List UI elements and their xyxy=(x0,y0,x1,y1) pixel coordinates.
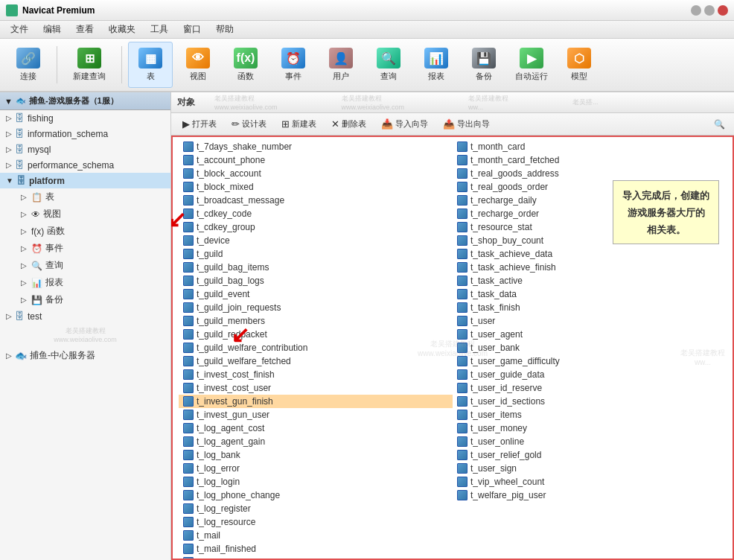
action-btn-设计表[interactable]: ✏ 设计表 xyxy=(225,115,273,133)
table-item[interactable]: t_mail_global xyxy=(179,556,453,560)
sidebar-platform-child-表[interactable]: ▷ 📋 表 xyxy=(0,188,170,206)
table-item[interactable]: t_cdkey_code xyxy=(179,207,453,220)
maximize-button[interactable] xyxy=(704,5,715,16)
table-item[interactable]: t_user_id_sections xyxy=(453,395,727,408)
sidebar-platform-child-报表[interactable]: ▷ 📊 报表 xyxy=(0,274,170,291)
menu-item-帮助[interactable]: 帮助 xyxy=(208,21,241,38)
table-item[interactable]: t_guild_members xyxy=(179,314,453,328)
toolbar-btn-report[interactable]: 📊报表 xyxy=(414,42,459,88)
sidebar-item-performance_schema[interactable]: ▷ 🗄 performance_schema xyxy=(0,157,170,173)
action-btn-导入向导[interactable]: 📥 导入向导 xyxy=(374,115,435,133)
table-item[interactable]: t_guild_bag_items xyxy=(179,261,453,274)
sidebar-item-fishing[interactable]: ▷ 🗄 fishing xyxy=(0,110,170,126)
sidebar-item-information_schema[interactable]: ▷ 🗄 information_schema xyxy=(0,126,170,141)
table-item[interactable]: t_invest_cost_finish xyxy=(179,368,453,381)
table-item[interactable]: t_mail xyxy=(179,529,453,542)
table-item[interactable]: t_month_card_fetched xyxy=(453,153,727,167)
table-item[interactable]: t_user_relief_gold xyxy=(453,448,727,462)
table-item[interactable]: t_log_phone_change xyxy=(179,489,453,502)
table-item[interactable]: t_log_agent_gain xyxy=(179,435,453,448)
toolbar-btn-newquery[interactable]: ⊞新建查询 xyxy=(63,42,115,88)
table-item[interactable]: t_account_phone xyxy=(179,153,453,167)
sidebar-platform-child-函数[interactable]: ▷ f(x) 函数 xyxy=(0,223,170,240)
table-item[interactable]: t_device xyxy=(179,234,453,247)
menu-item-窗口[interactable]: 窗口 xyxy=(176,21,208,38)
table-item[interactable]: t_log_resource xyxy=(179,515,453,529)
menu-item-工具[interactable]: 工具 xyxy=(143,21,176,38)
toolbar-btn-func[interactable]: f(x)函数 xyxy=(223,42,268,88)
object-tab[interactable]: 对象 xyxy=(177,96,195,109)
sidebar-item-platform[interactable]: ▼ 🗄 platform xyxy=(0,173,170,188)
table-item[interactable]: t_user_game_difficulty xyxy=(453,354,727,368)
toolbar-btn-event[interactable]: ⏰事件 xyxy=(271,42,316,88)
table-item[interactable]: t_log_login xyxy=(179,475,453,489)
table-item[interactable]: t_guild_event xyxy=(179,287,453,301)
table-item[interactable]: t_cdkey_group xyxy=(179,220,453,234)
menu-item-收藏夹[interactable]: 收藏夹 xyxy=(101,21,143,38)
table-item[interactable]: t_month_card xyxy=(453,140,727,153)
table-item[interactable]: t_invest_cost_user xyxy=(179,381,453,395)
menu-item-编辑[interactable]: 编辑 xyxy=(36,21,68,38)
table-item[interactable]: t_real_goods_address xyxy=(453,167,727,180)
toolbar-btn-table[interactable]: ▦表 xyxy=(128,42,173,88)
sidebar-item-捕鱼-中心服务器[interactable]: ▷ 🐟 捕鱼-中心服务器 xyxy=(0,347,170,364)
toolbar-btn-query[interactable]: 🔍查询 xyxy=(366,42,411,88)
toolbar-btn-user[interactable]: 👤用户 xyxy=(319,42,363,88)
table-item[interactable]: t_log_register xyxy=(179,502,453,515)
table-item[interactable]: t_broadcast_message xyxy=(179,194,453,207)
table-item[interactable]: t_block_account xyxy=(179,167,453,180)
minimize-button[interactable] xyxy=(691,5,701,16)
table-item[interactable]: t_log_error xyxy=(179,462,453,475)
sidebar-item-mysql[interactable]: ▷ 🗄 mysql xyxy=(0,141,170,157)
close-button[interactable] xyxy=(718,5,728,16)
table-item[interactable]: t_task_active xyxy=(453,274,727,287)
menu-item-查看[interactable]: 查看 xyxy=(68,21,101,38)
table-item[interactable]: t_guild_redpacket xyxy=(179,328,453,341)
table-item[interactable]: t_user_id_reserve xyxy=(453,381,727,395)
table-item[interactable]: t_invest_gun_finish xyxy=(179,395,453,408)
toolbar-btn-connect[interactable]: 🔗连接 xyxy=(6,42,51,88)
table-item[interactable]: t_user_guide_data xyxy=(453,368,727,381)
table-name: t_log_register xyxy=(197,503,251,514)
table-item[interactable]: t_welfare_pig_user xyxy=(453,489,727,502)
table-item[interactable]: t_mail_finished xyxy=(179,542,453,556)
toolbar-btn-backup[interactable]: 💾备份 xyxy=(462,42,506,88)
table-item[interactable]: t_guild_join_requests xyxy=(179,301,453,314)
table-item[interactable]: t_user_money xyxy=(453,421,727,435)
table-item[interactable]: t_7days_shake_number xyxy=(179,140,453,153)
sidebar-item-test[interactable]: ▷ 🗄 test xyxy=(0,308,170,324)
action-btn-导出向导[interactable]: 📤 导出向导 xyxy=(436,115,497,133)
table-item[interactable]: t_log_agent_cost xyxy=(179,421,453,435)
toolbar-btn-view[interactable]: 👁视图 xyxy=(176,42,220,88)
table-item[interactable]: t_user xyxy=(453,314,727,328)
table-item[interactable]: t_task_data xyxy=(453,287,727,301)
action-btn-删除表[interactable]: ✕ 删除表 xyxy=(325,115,373,133)
connection-header[interactable]: ▼ 🐟 捕鱼-游戏服务器（1服） xyxy=(0,92,170,110)
table-item[interactable]: t_user_items xyxy=(453,408,727,421)
table-item[interactable]: t_user_online xyxy=(453,435,727,448)
sidebar-platform-child-查询[interactable]: ▷ 🔍 查询 xyxy=(0,257,170,274)
table-item[interactable]: t_user_bank xyxy=(453,341,727,354)
table-item[interactable]: t_vip_wheel_count xyxy=(453,475,727,489)
table-item[interactable]: t_guild_bag_logs xyxy=(179,274,453,287)
toolbar-btn-schedule[interactable]: ▶自动运行 xyxy=(509,42,554,88)
search-button[interactable]: 🔍 xyxy=(709,114,730,135)
table-item[interactable]: t_task_achieve_finish xyxy=(453,261,727,274)
action-btn-新建表[interactable]: ⊞ 新建表 xyxy=(275,115,323,133)
sidebar-platform-child-备份[interactable]: ▷ 💾 备份 xyxy=(0,291,170,308)
table-item[interactable]: t_block_mixed xyxy=(179,180,453,194)
table-item[interactable]: t_task_finish xyxy=(453,301,727,314)
sidebar-platform-child-视图[interactable]: ▷ 👁 视图 xyxy=(0,206,170,223)
table-item[interactable]: t_invest_gun_user xyxy=(179,408,453,421)
table-item[interactable]: t_task_achieve_data xyxy=(453,247,727,261)
table-item[interactable]: t_guild xyxy=(179,247,453,261)
table-item[interactable]: t_log_bank xyxy=(179,448,453,462)
table-item[interactable]: t_guild_welfare_contribution xyxy=(179,341,453,354)
sidebar-platform-child-事件[interactable]: ▷ ⏰ 事件 xyxy=(0,240,170,257)
table-item[interactable]: t_user_agent xyxy=(453,328,727,341)
toolbar-btn-model[interactable]: ⬡模型 xyxy=(557,42,601,88)
menu-item-文件[interactable]: 文件 xyxy=(3,21,36,38)
action-btn-打开表[interactable]: ▶ 打开表 xyxy=(176,115,223,133)
table-item[interactable]: t_user_sign xyxy=(453,462,727,475)
table-item[interactable]: t_guild_welfare_fetched xyxy=(179,354,453,368)
